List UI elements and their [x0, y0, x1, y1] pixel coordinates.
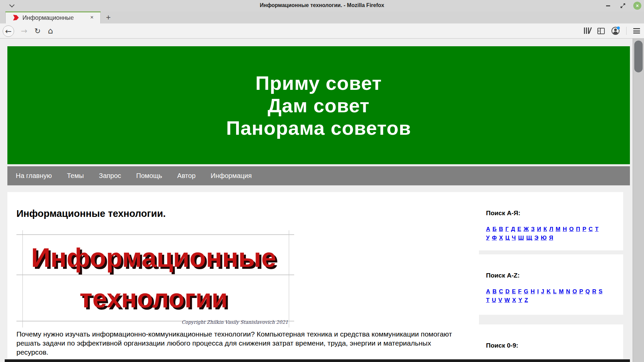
- window-titlebar: Информационные технологии. - Mozilla Fir…: [0, 0, 644, 11]
- new-tab-button[interactable]: +: [103, 13, 113, 23]
- close-button[interactable]: ×: [633, 2, 641, 10]
- letter-link[interactable]: J: [541, 288, 544, 295]
- active-tab[interactable]: Информационные ×: [5, 11, 101, 23]
- menu-hamburger-icon[interactable]: [633, 28, 640, 34]
- page-title: Информационные технологии.: [16, 208, 166, 219]
- letter-link[interactable]: P: [579, 288, 583, 295]
- letter-link[interactable]: A: [486, 288, 490, 295]
- image-text-line-2: технологии: [16, 283, 291, 314]
- grid-line: [16, 234, 294, 235]
- letter-link[interactable]: А: [486, 226, 490, 232]
- letter-link[interactable]: Щ: [526, 235, 532, 241]
- search-box-heading: Поиск А-Я:: [486, 209, 614, 217]
- letter-link[interactable]: Х: [499, 235, 503, 241]
- letter-link[interactable]: У: [486, 235, 490, 241]
- letter-link[interactable]: M: [559, 288, 564, 295]
- search-box-heading: Поиск A-Z:: [486, 272, 614, 279]
- menu-link[interactable]: Автор: [177, 172, 196, 180]
- letter-link[interactable]: W: [504, 297, 510, 303]
- letter-link[interactable]: В: [499, 226, 503, 232]
- browser-window: Информационные технологии. - Mozilla Fir…: [0, 0, 644, 362]
- forward-button[interactable]: →: [19, 25, 30, 36]
- letter-link[interactable]: Ч: [512, 235, 516, 241]
- letter-link[interactable]: С: [589, 226, 593, 232]
- letter-link[interactable]: L: [553, 288, 556, 295]
- tab-close-button[interactable]: ×: [88, 14, 96, 21]
- window-title: Информационные технологии. - Mozilla Fir…: [0, 0, 644, 11]
- banner-line-3: Панорама советов: [226, 117, 411, 139]
- minimize-button[interactable]: [604, 1, 612, 10]
- nav-toolbar: ← → ↻ ⌂ advice.panorama-sovetov.ru/page/…: [0, 23, 644, 39]
- letter-link[interactable]: V: [498, 297, 502, 303]
- notification-dot: [617, 26, 620, 29]
- letter-link[interactable]: М: [555, 226, 560, 232]
- menu-link[interactable]: Темы: [67, 172, 84, 180]
- letter-link[interactable]: H: [531, 288, 535, 295]
- tab-title: Информационные: [22, 14, 84, 21]
- letter-link[interactable]: F: [518, 288, 521, 295]
- letter-link[interactable]: Е: [518, 226, 521, 232]
- menu-link[interactable]: Информация: [211, 172, 252, 180]
- account-icon[interactable]: [611, 27, 620, 35]
- image-text-line-1: Информационные: [16, 242, 291, 273]
- letter-link[interactable]: X: [512, 297, 516, 303]
- restore-button[interactable]: [619, 1, 627, 10]
- letter-link[interactable]: Ц: [505, 235, 509, 241]
- letter-link[interactable]: O: [573, 288, 577, 295]
- letter-link[interactable]: I: [537, 288, 539, 295]
- letter-link[interactable]: S: [599, 288, 602, 295]
- article-panel: Информационные технологии. Информационны…: [7, 192, 479, 362]
- letter-link[interactable]: N: [566, 288, 570, 295]
- letter-link[interactable]: U: [492, 297, 496, 303]
- letter-link[interactable]: B: [492, 288, 496, 295]
- letter-link[interactable]: Т: [595, 226, 598, 232]
- menu-link[interactable]: Запрос: [99, 172, 121, 180]
- letter-link[interactable]: Q: [585, 288, 590, 295]
- letter-link[interactable]: И: [537, 226, 541, 232]
- letter-link[interactable]: Ю: [541, 235, 547, 241]
- page-scrollbar[interactable]: [633, 39, 644, 362]
- home-button[interactable]: ⌂: [45, 25, 56, 36]
- letter-link[interactable]: Э: [534, 235, 538, 241]
- sidebar-toggle-icon[interactable]: [597, 28, 605, 34]
- letter-link[interactable]: Г: [505, 226, 509, 232]
- letter-link[interactable]: К: [543, 226, 547, 232]
- letter-link[interactable]: З: [531, 226, 535, 232]
- letter-link[interactable]: K: [547, 288, 551, 295]
- letter-link[interactable]: Ш: [518, 235, 524, 241]
- letter-link[interactable]: Z: [525, 297, 528, 303]
- letter-link[interactable]: C: [499, 288, 503, 295]
- letter-link[interactable]: Ф: [492, 235, 497, 241]
- letter-link[interactable]: О: [569, 226, 574, 232]
- letter-link[interactable]: D: [505, 288, 509, 295]
- letter-link[interactable]: П: [576, 226, 580, 232]
- letter-link[interactable]: Н: [563, 226, 567, 232]
- letter-link[interactable]: Y: [518, 297, 522, 303]
- letter-row: АБВГДЕЖЗИКЛМНОПРСТ: [486, 225, 614, 234]
- letter-link[interactable]: Л: [549, 226, 553, 232]
- library-icon[interactable]: [584, 27, 591, 34]
- letter-link[interactable]: Я: [549, 235, 553, 241]
- window-controls: ×: [604, 0, 644, 11]
- letter-link[interactable]: G: [524, 288, 528, 295]
- site-menu: На главнуюТемыЗапросПомощьАвторИнформаци…: [7, 166, 630, 185]
- letter-row: ABCDEFGHIJKLMNOPQRS: [486, 287, 614, 296]
- article-image: Информационные технологии Copyright Zhil…: [16, 230, 294, 327]
- letter-link[interactable]: R: [592, 288, 596, 295]
- letter-link[interactable]: Р: [582, 226, 586, 232]
- letter-link[interactable]: Д: [511, 226, 515, 232]
- reload-button[interactable]: ↻: [32, 25, 43, 36]
- menu-link[interactable]: На главную: [16, 172, 52, 180]
- letter-link[interactable]: Б: [492, 226, 496, 232]
- banner-line-2: Дам совет: [268, 94, 370, 117]
- search-box-heading: Поиск 0-9:: [486, 342, 614, 349]
- banner-line-1: Приму совет: [256, 72, 382, 94]
- menu-link[interactable]: Помощь: [136, 172, 162, 180]
- site-banner: Приму совет Дам совет Панорама советов: [7, 46, 630, 164]
- letter-link[interactable]: T: [486, 297, 489, 303]
- back-button[interactable]: ←: [3, 25, 14, 37]
- letter-row: УФХЦЧШЩЭЮЯ: [486, 234, 614, 242]
- scrollbar-thumb[interactable]: [634, 41, 643, 72]
- letter-link[interactable]: E: [512, 288, 516, 295]
- letter-link[interactable]: Ж: [524, 226, 529, 232]
